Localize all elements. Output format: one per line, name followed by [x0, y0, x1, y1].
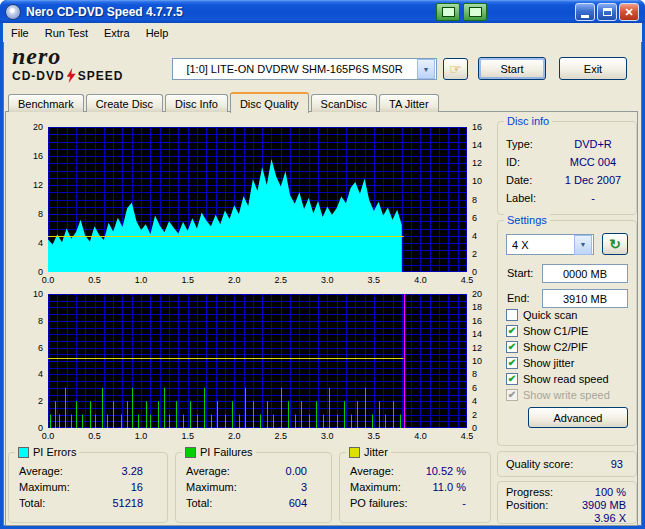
axis-tick-label: 10	[472, 356, 482, 366]
row-label: Average:	[19, 465, 122, 477]
axis-tick-label: 0.5	[85, 431, 105, 441]
axis-tick-label: 4.0	[410, 431, 430, 441]
row-value: DVD+R	[550, 138, 636, 150]
refresh-icon: ↻	[609, 236, 621, 252]
menu-item-help[interactable]: Help	[138, 25, 177, 41]
chevron-down-icon[interactable]: ▼	[574, 235, 592, 255]
row-value: 3.96 X	[594, 512, 626, 524]
status-row: Progress:100 %	[498, 485, 636, 498]
axis-tick-label: 4	[472, 231, 477, 241]
legend-rows: Average:0.00Maximum:3Total:604	[176, 463, 331, 511]
speed-selector-value: 4 X	[507, 239, 573, 251]
menu-item-file[interactable]: File	[3, 25, 37, 41]
tab-scandisc[interactable]: ScanDisc	[311, 94, 377, 112]
settings-title: Settings	[504, 214, 550, 226]
hand-icon: ☞	[449, 61, 462, 77]
jitter-results-panel: JitterAverage:10.52 %Maximum:11.0 %PO fa…	[339, 452, 491, 523]
exit-button[interactable]: Exit	[559, 57, 627, 80]
checkbox-label: Show jitter	[523, 357, 574, 369]
axis-tick-label: 4	[38, 369, 43, 379]
disc-info-title: Disc info	[504, 115, 552, 127]
logo-speed-text: SPEED	[78, 69, 124, 83]
axis-tick-label: 16	[472, 122, 482, 132]
row-value: 3.28	[122, 465, 143, 477]
legend-title-text: Jitter	[364, 446, 388, 458]
title-bar[interactable]: Nero CD-DVD Speed 4.7.7.5 ✕	[0, 0, 645, 23]
checkbox-label: Quick scan	[523, 309, 577, 321]
checkbox-show-jitter[interactable]: ✔Show jitter	[506, 355, 632, 371]
axis-tick-label: 1.5	[178, 431, 198, 441]
axis-tick-label: 3.0	[317, 431, 337, 441]
checkbox-label: Show C1/PIE	[523, 325, 588, 337]
minimize-button[interactable]	[575, 3, 595, 21]
legend-row: Average:10.52 %	[340, 463, 490, 479]
axis-tick-label: 18	[472, 302, 482, 312]
tab-ta-jitter[interactable]: TA Jitter	[379, 94, 439, 112]
end-position-field[interactable]	[542, 289, 628, 308]
checkbox-show-read-speed[interactable]: ✔Show read speed	[506, 371, 632, 387]
checkbox-box-icon: ✔	[506, 389, 518, 401]
axis-tick-label: 2	[472, 249, 477, 259]
legend-color-swatch	[349, 447, 360, 458]
start-button[interactable]: Start	[478, 57, 546, 80]
legend-row: Total:604	[176, 495, 331, 511]
axis-tick-label: 1.5	[178, 275, 198, 285]
legend-row: PO failures:-	[340, 495, 490, 511]
quality-score-label: Quality score:	[506, 458, 573, 470]
row-label: ID:	[498, 156, 550, 168]
axis-tick-label: 10	[472, 176, 482, 186]
quality-score-panel: Quality score: 93	[497, 451, 637, 477]
checkbox-label: Show C2/PIF	[523, 341, 588, 353]
maximize-button[interactable]	[597, 3, 617, 21]
axis-tick-label: 4	[38, 238, 43, 248]
settings-panel: Settings 4 X ▼ ↻ Start: End: Quick scan✔…	[497, 220, 637, 446]
status-row: Position:3909 MB	[498, 498, 636, 511]
overlay-capture-button-2[interactable]	[463, 3, 487, 21]
speed-selector[interactable]: 4 X ▼	[506, 234, 594, 255]
quality-score-value: 93	[611, 458, 623, 470]
checkbox-show-c2-pif[interactable]: ✔Show C2/PIF	[506, 339, 632, 355]
pi-errors-results-panel: PI ErrorsAverage:3.28Maximum:16Total:512…	[8, 452, 168, 523]
menu-item-extra[interactable]: Extra	[96, 25, 138, 41]
close-icon: ✕	[624, 7, 633, 18]
row-label: PO failures:	[350, 497, 462, 509]
tab-benchmark[interactable]: Benchmark	[8, 94, 84, 112]
overlay-capture-button-1[interactable]	[436, 3, 460, 21]
legend-rows: Average:10.52 %Maximum:11.0 %PO failures…	[340, 463, 490, 511]
disc-info-row: ID:MCC 004	[498, 153, 636, 171]
axis-tick-label: 20	[33, 122, 43, 132]
left-axis-labels: 0246810	[10, 294, 46, 428]
drive-selector-value: [1:0] LITE-ON DVDRW SHM-165P6S MS0R	[173, 63, 416, 75]
row-value: 0.00	[286, 465, 307, 477]
row-value: 10.52 %	[426, 465, 466, 477]
row-value: -	[550, 192, 636, 204]
maximize-icon	[603, 8, 612, 16]
tab-create-disc[interactable]: Create Disc	[86, 94, 163, 112]
axis-tick-label: 6	[472, 383, 477, 393]
refresh-button[interactable]: ↻	[602, 233, 628, 255]
tab-disc-info[interactable]: Disc Info	[165, 94, 228, 112]
close-button[interactable]: ✕	[619, 3, 639, 21]
checkbox-show-write-speed[interactable]: ✔Show write speed	[506, 387, 632, 403]
disc-info-row: Label:-	[498, 189, 636, 207]
checkbox-quick-scan[interactable]: Quick scan	[506, 307, 632, 323]
settings-checkboxes: Quick scan✔Show C1/PIE✔Show C2/PIF✔Show …	[506, 307, 632, 403]
legend-row: Average:0.00	[176, 463, 331, 479]
axis-tick-label: 2	[38, 396, 43, 406]
checkbox-show-c1-pie[interactable]: ✔Show C1/PIE	[506, 323, 632, 339]
tab-disc-quality[interactable]: Disc Quality	[230, 92, 309, 113]
app-window: Nero CD-DVD Speed 4.7.7.5 ✕ FileRun Test…	[0, 0, 645, 529]
axis-tick-label: 16	[472, 316, 482, 326]
start-position-field[interactable]	[542, 264, 628, 283]
legend-row: Maximum:11.0 %	[340, 479, 490, 495]
advanced-button[interactable]: Advanced	[528, 407, 628, 428]
legend-row: Total:51218	[9, 495, 167, 511]
axis-tick-label: 0.5	[85, 275, 105, 285]
drive-selector[interactable]: [1:0] LITE-ON DVDRW SHM-165P6S MS0R ▼	[172, 58, 437, 80]
eject-control-button[interactable]: ☞	[443, 58, 468, 80]
axis-tick-label: 3.5	[364, 275, 384, 285]
menu-item-run-test[interactable]: Run Test	[37, 25, 96, 41]
checkbox-label: Show write speed	[523, 389, 610, 401]
chevron-down-icon[interactable]: ▼	[417, 59, 435, 79]
monitor-icon	[469, 7, 482, 17]
